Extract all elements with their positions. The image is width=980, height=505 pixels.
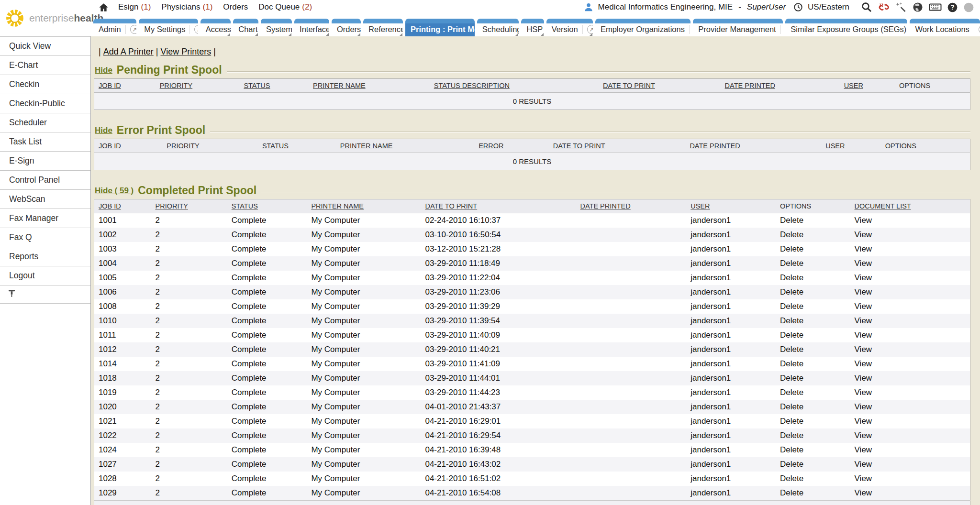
view-link[interactable]: View	[855, 244, 872, 253]
delete-link[interactable]: Delete	[780, 445, 803, 454]
tab-similar-exposure-groups-segs[interactable]: Similar Exposure Groups (SEGs)↗	[785, 19, 907, 36]
tab-my-settings[interactable]: My Settings↗	[139, 19, 198, 36]
sidebar-item-logout[interactable]: Logout	[0, 266, 90, 285]
sidebar-item-e-chart[interactable]: E-Chart	[0, 56, 90, 75]
delete-link[interactable]: Delete	[780, 244, 803, 253]
view-link[interactable]: View	[855, 273, 872, 282]
col-label-user[interactable]: USER	[690, 202, 710, 210]
tab-system[interactable]: System	[261, 19, 292, 36]
tab-admin[interactable]: Admin↗	[93, 19, 136, 36]
col-label-user[interactable]: USER	[825, 142, 845, 150]
top-link-doc-queue[interactable]: Doc Queue(2)	[258, 2, 312, 12]
top-link-physicians[interactable]: Physicians(1)	[161, 2, 212, 12]
col-label-status[interactable]: STATUS	[232, 202, 258, 210]
view-link[interactable]: View	[855, 488, 872, 497]
sidebar-item-fax-q[interactable]: Fax Q	[0, 228, 90, 247]
top-link-esign[interactable]: Esign(1)	[118, 2, 151, 12]
delete-link[interactable]: Delete	[780, 273, 803, 282]
tab-version[interactable]: Version↗	[546, 19, 593, 36]
tab-access[interactable]: Access	[200, 19, 231, 36]
col-label-job-id[interactable]: JOB ID	[99, 202, 121, 210]
delete-link[interactable]: Delete	[780, 287, 803, 296]
col-label-printer-name[interactable]: PRINTER NAME	[311, 202, 364, 210]
sidebar-item-task-list[interactable]: Task List	[0, 132, 90, 152]
col-label-date-printed[interactable]: DATE PRINTED	[690, 142, 740, 150]
delete-link[interactable]: Delete	[780, 417, 803, 426]
delete-link[interactable]: Delete	[780, 216, 803, 225]
col-label-error[interactable]: ERROR	[479, 142, 503, 150]
view-printers-link[interactable]: View Printers	[160, 47, 211, 56]
view-link[interactable]: View	[855, 330, 872, 340]
delete-link[interactable]: Delete	[780, 488, 803, 497]
tab-provider-management[interactable]: Provider Management↗	[693, 19, 783, 36]
col-label-status[interactable]: STATUS	[262, 142, 289, 150]
col-label-user[interactable]: USER	[844, 82, 863, 89]
delete-link[interactable]: Delete	[780, 359, 803, 368]
delete-link[interactable]: Delete	[780, 431, 803, 440]
sidebar-item-quick-view[interactable]: Quick View	[0, 37, 90, 56]
col-label-date-to-print[interactable]: DATE TO PRINT	[425, 202, 477, 210]
delete-link[interactable]: Delete	[780, 345, 803, 354]
sidebar-item-webscan[interactable]: WebScan	[0, 190, 90, 209]
view-link[interactable]: View	[855, 230, 872, 239]
col-label-date-printed[interactable]: DATE PRINTED	[580, 202, 631, 210]
keyboard-icon[interactable]	[929, 2, 942, 12]
delete-link[interactable]: Delete	[780, 460, 803, 469]
sidebar-item-e-sign[interactable]: E-Sign	[0, 152, 90, 171]
view-link[interactable]: View	[855, 359, 872, 368]
external-link-icon[interactable]: ↗	[130, 25, 136, 34]
tab-scheduling[interactable]: Scheduling	[477, 19, 519, 36]
tab-chart[interactable]: Chart	[233, 19, 258, 36]
col-label-status-description[interactable]: STATUS DESCRIPTION	[434, 82, 510, 89]
tab-hsp[interactable]: HSP	[521, 19, 544, 36]
pending-hide-link[interactable]: Hide	[95, 66, 112, 75]
col-label-date-printed[interactable]: DATE PRINTED	[725, 82, 775, 89]
view-link[interactable]: View	[855, 373, 872, 383]
view-link[interactable]: View	[855, 388, 872, 397]
view-link[interactable]: View	[855, 316, 872, 325]
sidebar-item-checkin-public[interactable]: Checkin-Public	[0, 94, 90, 113]
col-label-document-list[interactable]: DOCUMENT LIST	[855, 202, 911, 210]
delete-link[interactable]: Delete	[780, 373, 803, 383]
error-hide-link[interactable]: Hide	[95, 126, 112, 135]
broken-link-icon[interactable]	[878, 1, 890, 13]
tab-printing-print-mgr[interactable]: Printing : Print Mgr	[405, 19, 475, 36]
col-label-date-to-print[interactable]: DATE TO PRINT	[553, 142, 605, 150]
tab-interface[interactable]: Interface	[294, 19, 329, 36]
view-link[interactable]: View	[855, 474, 872, 483]
delete-link[interactable]: Delete	[780, 330, 803, 340]
sidebar-item-scheduler[interactable]: Scheduler	[0, 113, 90, 132]
tab-work-locations[interactable]: Work Locations↗	[910, 19, 980, 36]
view-link[interactable]: View	[855, 402, 872, 411]
tab-reference[interactable]: Reference	[363, 19, 403, 36]
pushpin-icon[interactable]	[8, 289, 15, 297]
search-icon[interactable]	[861, 1, 872, 13]
home-icon[interactable]	[99, 2, 109, 12]
col-label-printer-name[interactable]: PRINTER NAME	[340, 142, 393, 150]
add-printer-link[interactable]: Add A Printer	[103, 47, 154, 56]
delete-link[interactable]: Delete	[780, 316, 803, 325]
completed-hide-link[interactable]: Hide ( 59 )	[95, 186, 134, 196]
view-link[interactable]: View	[855, 417, 872, 426]
help-icon[interactable]: ?	[947, 2, 958, 13]
sidebar-item-reports[interactable]: Reports	[0, 247, 90, 266]
top-link-orders[interactable]: Orders	[223, 2, 248, 12]
delete-link[interactable]: Delete	[780, 388, 803, 397]
col-label-priority[interactable]: PRIORITY	[167, 142, 199, 150]
view-link[interactable]: View	[855, 287, 872, 296]
delete-link[interactable]: Delete	[780, 302, 803, 311]
tab-orders[interactable]: Orders	[332, 19, 361, 36]
external-link-icon[interactable]: ↗	[587, 25, 593, 34]
col-label-priority[interactable]: PRIORITY	[160, 82, 192, 89]
col-label-priority[interactable]: PRIORITY	[156, 202, 188, 210]
sidebar-item-fax-manager[interactable]: Fax Manager	[0, 209, 90, 228]
sidebar-item-checkin[interactable]: Checkin	[0, 75, 90, 94]
delete-link[interactable]: Delete	[780, 474, 803, 483]
view-link[interactable]: View	[855, 445, 872, 454]
delete-link[interactable]: Delete	[780, 259, 803, 268]
delete-link[interactable]: Delete	[780, 402, 803, 411]
delete-link[interactable]: Delete	[780, 230, 803, 239]
sidebar-item-control-panel[interactable]: Control Panel	[0, 171, 90, 190]
tab-employer-organizations[interactable]: Employer Organizations↗	[595, 19, 690, 36]
view-link[interactable]: View	[855, 259, 872, 268]
